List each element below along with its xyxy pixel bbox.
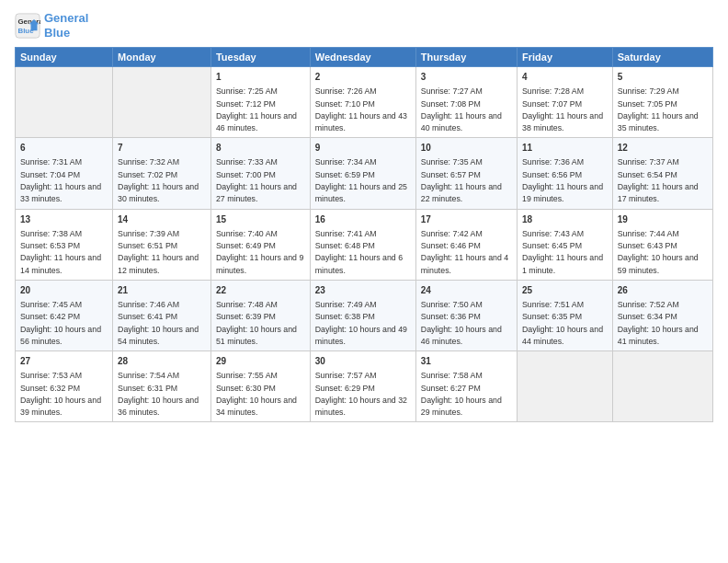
day-number: 15: [216, 213, 305, 226]
day-info: Sunrise: 7:37 AMSunset: 6:54 PMDaylight:…: [618, 157, 699, 203]
day-info: Sunrise: 7:25 AMSunset: 7:12 PMDaylight:…: [216, 86, 297, 132]
day-number: 8: [216, 142, 305, 155]
day-info: Sunrise: 7:43 AMSunset: 6:45 PMDaylight:…: [522, 229, 603, 275]
calendar-cell: [113, 67, 211, 138]
day-number: 10: [421, 142, 512, 155]
day-number: 20: [20, 284, 108, 297]
calendar-cell: 17Sunrise: 7:42 AMSunset: 6:46 PMDayligh…: [415, 209, 517, 280]
logo-text: GeneralBlue: [44, 11, 88, 40]
day-number: 4: [522, 71, 608, 84]
calendar-week-row: 27Sunrise: 7:53 AMSunset: 6:32 PMDayligh…: [16, 351, 713, 422]
header-row: SundayMondayTuesdayWednesdayThursdayFrid…: [16, 48, 713, 67]
day-number: 3: [421, 71, 512, 84]
calendar-cell: 8Sunrise: 7:33 AMSunset: 7:00 PMDaylight…: [210, 138, 310, 209]
day-number: 30: [315, 355, 411, 368]
calendar-cell: 22Sunrise: 7:48 AMSunset: 6:39 PMDayligh…: [210, 280, 310, 350]
calendar-cell: 14Sunrise: 7:39 AMSunset: 6:51 PMDayligh…: [113, 209, 211, 280]
day-of-week-header: Sunday: [16, 48, 113, 67]
calendar-cell: 6Sunrise: 7:31 AMSunset: 7:04 PMDaylight…: [16, 138, 113, 209]
calendar-cell: 12Sunrise: 7:37 AMSunset: 6:54 PMDayligh…: [612, 138, 712, 209]
calendar-cell: [16, 67, 113, 138]
day-number: 2: [315, 71, 411, 84]
day-number: 22: [216, 284, 305, 297]
day-number: 25: [522, 284, 608, 297]
calendar-cell: 30Sunrise: 7:57 AMSunset: 6:29 PMDayligh…: [310, 351, 415, 422]
logo: General Blue GeneralBlue: [15, 11, 88, 40]
logo-wordmark: GeneralBlue: [44, 11, 88, 40]
day-number: 17: [421, 213, 512, 226]
calendar-week-row: 6Sunrise: 7:31 AMSunset: 7:04 PMDaylight…: [16, 138, 713, 209]
day-info: Sunrise: 7:31 AMSunset: 7:04 PMDaylight:…: [20, 157, 101, 203]
day-of-week-header: Friday: [518, 48, 613, 67]
calendar-cell: 1Sunrise: 7:25 AMSunset: 7:12 PMDaylight…: [210, 67, 310, 138]
day-info: Sunrise: 7:52 AMSunset: 6:34 PMDaylight:…: [618, 300, 699, 346]
calendar-cell: 21Sunrise: 7:46 AMSunset: 6:41 PMDayligh…: [113, 280, 211, 350]
day-info: Sunrise: 7:26 AMSunset: 7:10 PMDaylight:…: [315, 86, 407, 132]
calendar-cell: 5Sunrise: 7:29 AMSunset: 7:05 PMDaylight…: [612, 67, 712, 138]
calendar-cell: 23Sunrise: 7:49 AMSunset: 6:38 PMDayligh…: [310, 280, 415, 350]
day-info: Sunrise: 7:55 AMSunset: 6:30 PMDaylight:…: [216, 371, 297, 417]
day-number: 16: [315, 213, 411, 226]
day-number: 11: [522, 142, 608, 155]
calendar-cell: 31Sunrise: 7:58 AMSunset: 6:27 PMDayligh…: [415, 351, 517, 422]
day-info: Sunrise: 7:29 AMSunset: 7:05 PMDaylight:…: [618, 86, 699, 132]
page: General Blue GeneralBlue SundayMondayTue…: [0, 0, 728, 563]
day-of-week-header: Wednesday: [310, 48, 415, 67]
calendar-cell: 10Sunrise: 7:35 AMSunset: 6:57 PMDayligh…: [415, 138, 517, 209]
day-info: Sunrise: 7:48 AMSunset: 6:39 PMDaylight:…: [216, 300, 297, 346]
day-info: Sunrise: 7:46 AMSunset: 6:41 PMDaylight:…: [118, 300, 199, 346]
day-number: 28: [118, 355, 206, 368]
calendar-week-row: 13Sunrise: 7:38 AMSunset: 6:53 PMDayligh…: [16, 209, 713, 280]
day-number: 29: [216, 355, 305, 368]
day-of-week-header: Tuesday: [210, 48, 310, 67]
day-info: Sunrise: 7:40 AMSunset: 6:49 PMDaylight:…: [216, 229, 303, 275]
day-info: Sunrise: 7:32 AMSunset: 7:02 PMDaylight:…: [118, 157, 199, 203]
calendar-cell: 18Sunrise: 7:43 AMSunset: 6:45 PMDayligh…: [518, 209, 613, 280]
day-info: Sunrise: 7:51 AMSunset: 6:35 PMDaylight:…: [522, 300, 603, 346]
day-number: 13: [20, 213, 108, 226]
day-info: Sunrise: 7:50 AMSunset: 6:36 PMDaylight:…: [421, 300, 502, 346]
calendar-cell: 11Sunrise: 7:36 AMSunset: 6:56 PMDayligh…: [518, 138, 613, 209]
calendar-cell: 3Sunrise: 7:27 AMSunset: 7:08 PMDaylight…: [415, 67, 517, 138]
day-of-week-header: Saturday: [612, 48, 712, 67]
calendar-cell: [612, 351, 712, 422]
day-info: Sunrise: 7:34 AMSunset: 6:59 PMDaylight:…: [315, 157, 407, 203]
calendar-body: 1Sunrise: 7:25 AMSunset: 7:12 PMDaylight…: [16, 67, 713, 422]
calendar-week-row: 1Sunrise: 7:25 AMSunset: 7:12 PMDaylight…: [16, 67, 713, 138]
day-info: Sunrise: 7:53 AMSunset: 6:32 PMDaylight:…: [20, 371, 101, 417]
calendar-cell: 7Sunrise: 7:32 AMSunset: 7:02 PMDaylight…: [113, 138, 211, 209]
calendar-cell: 15Sunrise: 7:40 AMSunset: 6:49 PMDayligh…: [210, 209, 310, 280]
day-info: Sunrise: 7:28 AMSunset: 7:07 PMDaylight:…: [522, 86, 603, 132]
calendar-cell: 19Sunrise: 7:44 AMSunset: 6:43 PMDayligh…: [612, 209, 712, 280]
calendar-cell: 2Sunrise: 7:26 AMSunset: 7:10 PMDaylight…: [310, 67, 415, 138]
day-number: 23: [315, 284, 411, 297]
header: General Blue GeneralBlue: [15, 11, 713, 40]
day-info: Sunrise: 7:57 AMSunset: 6:29 PMDaylight:…: [315, 371, 407, 417]
day-info: Sunrise: 7:58 AMSunset: 6:27 PMDaylight:…: [421, 371, 502, 417]
calendar-cell: 28Sunrise: 7:54 AMSunset: 6:31 PMDayligh…: [113, 351, 211, 422]
calendar-cell: 25Sunrise: 7:51 AMSunset: 6:35 PMDayligh…: [518, 280, 613, 350]
day-of-week-header: Monday: [113, 48, 211, 67]
day-info: Sunrise: 7:45 AMSunset: 6:42 PMDaylight:…: [20, 300, 101, 346]
day-number: 6: [20, 142, 108, 155]
calendar-cell: 13Sunrise: 7:38 AMSunset: 6:53 PMDayligh…: [16, 209, 113, 280]
day-of-week-header: Thursday: [415, 48, 517, 67]
calendar-cell: 9Sunrise: 7:34 AMSunset: 6:59 PMDaylight…: [310, 138, 415, 209]
day-number: 5: [618, 71, 708, 84]
calendar-cell: 4Sunrise: 7:28 AMSunset: 7:07 PMDaylight…: [518, 67, 613, 138]
calendar-week-row: 20Sunrise: 7:45 AMSunset: 6:42 PMDayligh…: [16, 280, 713, 350]
day-info: Sunrise: 7:36 AMSunset: 6:56 PMDaylight:…: [522, 157, 603, 203]
day-info: Sunrise: 7:35 AMSunset: 6:57 PMDaylight:…: [421, 157, 502, 203]
day-info: Sunrise: 7:33 AMSunset: 7:00 PMDaylight:…: [216, 157, 297, 203]
calendar-cell: 27Sunrise: 7:53 AMSunset: 6:32 PMDayligh…: [16, 351, 113, 422]
calendar-cell: 24Sunrise: 7:50 AMSunset: 6:36 PMDayligh…: [415, 280, 517, 350]
day-number: 9: [315, 142, 411, 155]
calendar-cell: 26Sunrise: 7:52 AMSunset: 6:34 PMDayligh…: [612, 280, 712, 350]
day-number: 1: [216, 71, 305, 84]
calendar-cell: 20Sunrise: 7:45 AMSunset: 6:42 PMDayligh…: [16, 280, 113, 350]
day-number: 27: [20, 355, 108, 368]
day-number: 31: [421, 355, 512, 368]
day-number: 7: [118, 142, 206, 155]
day-info: Sunrise: 7:41 AMSunset: 6:48 PMDaylight:…: [315, 229, 403, 275]
day-number: 26: [618, 284, 708, 297]
